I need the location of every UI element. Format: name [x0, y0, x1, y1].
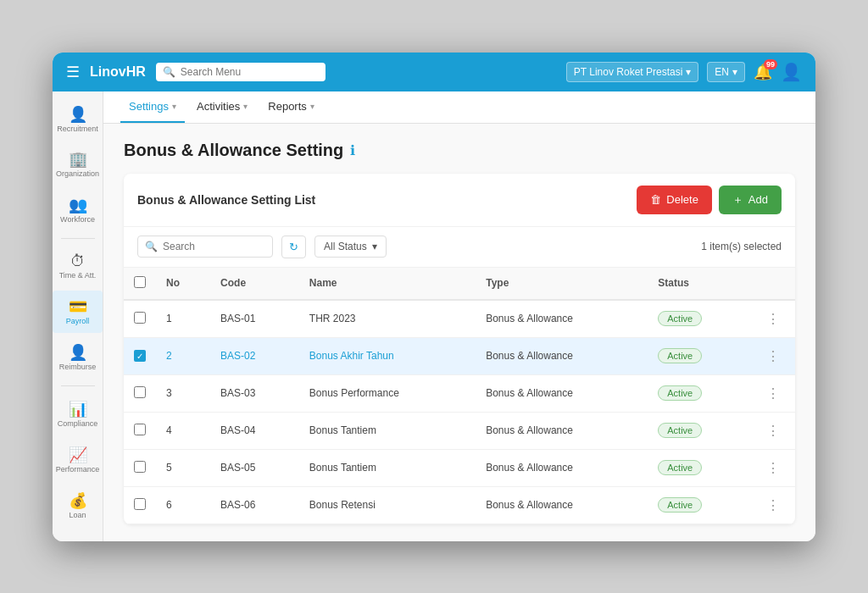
- sidebar-item-time[interactable]: ⏱ Time & Att.: [53, 246, 103, 287]
- sidebar-item-payroll[interactable]: 💳 Payroll: [53, 291, 103, 333]
- row-code: BAS-01: [210, 300, 299, 338]
- page-title-section: Bonus & Allowance Setting ℹ: [124, 141, 795, 160]
- table-row[interactable]: 5BAS-05Bonus TantiemBonus & AllowanceAct…: [124, 449, 795, 486]
- sidebar-label-compliance: Compliance: [58, 420, 98, 429]
- tab-settings[interactable]: Settings ▾: [120, 91, 185, 123]
- row-checkbox-cell: ✓: [124, 337, 156, 374]
- row-checkbox[interactable]: [134, 312, 146, 324]
- row-checkbox-cell: [124, 486, 156, 524]
- row-more-button[interactable]: ⋮: [761, 458, 785, 478]
- row-no: 3: [156, 374, 210, 412]
- row-checkbox-cell: [124, 449, 156, 486]
- user-avatar[interactable]: 👤: [781, 62, 802, 82]
- row-name: Bonus Tantiem: [299, 412, 476, 449]
- row-status: Active: [648, 449, 751, 486]
- row-checkbox[interactable]: [134, 498, 146, 510]
- hamburger-icon[interactable]: ☰: [66, 63, 80, 81]
- search-input[interactable]: [181, 66, 319, 78]
- table-search-input[interactable]: [163, 241, 264, 252]
- status-badge: Active: [658, 311, 702, 326]
- sub-navigation: Settings ▾ Activities ▾ Reports ▾: [103, 91, 815, 124]
- lang-chevron-icon: ▾: [732, 66, 737, 78]
- row-checkbox[interactable]: [134, 424, 146, 435]
- row-type: Bonus & Allowance: [476, 374, 648, 412]
- row-type: Bonus & Allowance: [476, 337, 648, 374]
- app-logo: LinovHR: [90, 64, 146, 80]
- sidebar-item-performance[interactable]: 📈 Performance: [53, 439, 103, 481]
- header-type: Type: [476, 268, 648, 300]
- add-button[interactable]: ＋ Add: [719, 186, 782, 214]
- row-status: Active: [648, 300, 751, 338]
- row-checkbox-cell: [124, 412, 156, 449]
- sidebar-divider-1: [61, 238, 95, 239]
- sidebar-item-recruitment[interactable]: 👤 Recruitment: [53, 98, 103, 141]
- sidebar-label-loan: Loan: [69, 512, 86, 520]
- tab-reports-label: Reports: [268, 100, 307, 113]
- sidebar-item-reimbursement[interactable]: 👤 Reimburse: [53, 336, 103, 379]
- row-checkbox[interactable]: ✓: [134, 350, 146, 362]
- row-checkbox-cell: [124, 300, 156, 338]
- time-icon: ⏱: [70, 252, 86, 270]
- sidebar-item-workforce[interactable]: 👥 Workforce: [53, 189, 103, 231]
- header-actions: [751, 268, 795, 300]
- row-more-button[interactable]: ⋮: [761, 421, 785, 441]
- row-actions-cell: ⋮: [751, 374, 795, 412]
- sidebar-item-organization[interactable]: 🏢 Organization: [53, 143, 103, 186]
- header-status: Status: [648, 268, 751, 300]
- language-selector[interactable]: EN ▾: [707, 62, 745, 82]
- page-title: Bonus & Allowance Setting: [124, 141, 343, 160]
- table-row[interactable]: 6BAS-06Bonus RetensiBonus & AllowanceAct…: [124, 486, 795, 524]
- company-chevron-icon: ▾: [686, 66, 691, 78]
- table-search-wrap[interactable]: 🔍: [137, 236, 273, 258]
- row-code: BAS-06: [210, 486, 299, 524]
- row-checkbox[interactable]: [134, 386, 146, 398]
- table-row[interactable]: ✓2BAS-02Bonus Akhir TahunBonus & Allowan…: [124, 337, 795, 374]
- status-filter-chevron-icon: ▾: [372, 241, 377, 252]
- tab-reports[interactable]: Reports ▾: [259, 91, 323, 123]
- status-filter-label: All Status: [324, 241, 367, 252]
- company-selector[interactable]: PT Linov Roket Prestasi ▾: [566, 62, 699, 82]
- table-row[interactable]: 1BAS-01THR 2023Bonus & AllowanceActive⋮: [124, 300, 795, 338]
- sidebar-label-payroll: Payroll: [66, 318, 90, 326]
- row-code: BAS-04: [210, 412, 299, 449]
- select-all-checkbox[interactable]: [134, 276, 146, 288]
- row-no: 5: [156, 449, 210, 486]
- status-filter[interactable]: All Status ▾: [314, 236, 387, 258]
- row-no: 1: [156, 300, 210, 338]
- workforce-icon: 👥: [69, 196, 87, 214]
- row-checkbox-cell: [124, 374, 156, 412]
- table-toolbar: 🔍 ↻ All Status ▾ 1 item(s) selected: [124, 227, 795, 268]
- table-row[interactable]: 4BAS-04Bonus TantiemBonus & AllowanceAct…: [124, 412, 795, 449]
- table-row[interactable]: 3BAS-03Bonus PerformanceBonus & Allowanc…: [124, 374, 795, 412]
- row-checkbox[interactable]: [134, 461, 146, 473]
- sidebar-item-compliance[interactable]: 📊 Compliance: [53, 393, 103, 435]
- page-content: Bonus & Allowance Setting ℹ Bonus & Allo…: [103, 124, 815, 541]
- main-layout: 👤 Recruitment 🏢 Organization 👥 Workforce…: [53, 91, 815, 541]
- header-name: Name: [299, 268, 476, 300]
- row-more-button[interactable]: ⋮: [761, 384, 785, 403]
- card-title: Bonus & Allowance Setting List: [137, 193, 315, 207]
- row-status: Active: [648, 374, 751, 412]
- row-more-button[interactable]: ⋮: [761, 346, 785, 366]
- top-navigation: ☰ LinovHR 🔍 PT Linov Roket Prestasi ▾ EN…: [53, 53, 815, 91]
- row-more-button[interactable]: ⋮: [761, 309, 785, 329]
- trash-icon: 🗑: [650, 193, 661, 206]
- reimbursement-icon: 👤: [69, 343, 87, 362]
- row-more-button[interactable]: ⋮: [761, 496, 785, 515]
- row-type: Bonus & Allowance: [476, 412, 648, 449]
- sidebar-label-recruitment: Recruitment: [57, 125, 98, 134]
- sidebar-item-loan[interactable]: 💰 Loan: [53, 485, 103, 527]
- sidebar-label-reimbursement: Reimburse: [59, 363, 97, 372]
- search-box[interactable]: 🔍: [156, 63, 326, 81]
- row-name: Bonus Retensi: [299, 486, 476, 524]
- tab-activities[interactable]: Activities ▾: [188, 91, 256, 123]
- row-code: BAS-03: [210, 374, 299, 412]
- notification-button[interactable]: 🔔 99: [754, 63, 772, 81]
- table-search-icon: 🔍: [145, 241, 158, 252]
- info-icon[interactable]: ℹ: [350, 142, 355, 158]
- tab-activities-label: Activities: [197, 100, 240, 113]
- refresh-button[interactable]: ↻: [281, 236, 306, 258]
- recruitment-icon: 👤: [69, 105, 87, 124]
- main-card: Bonus & Allowance Setting List 🗑 Delete …: [124, 174, 795, 524]
- delete-button[interactable]: 🗑 Delete: [637, 186, 712, 214]
